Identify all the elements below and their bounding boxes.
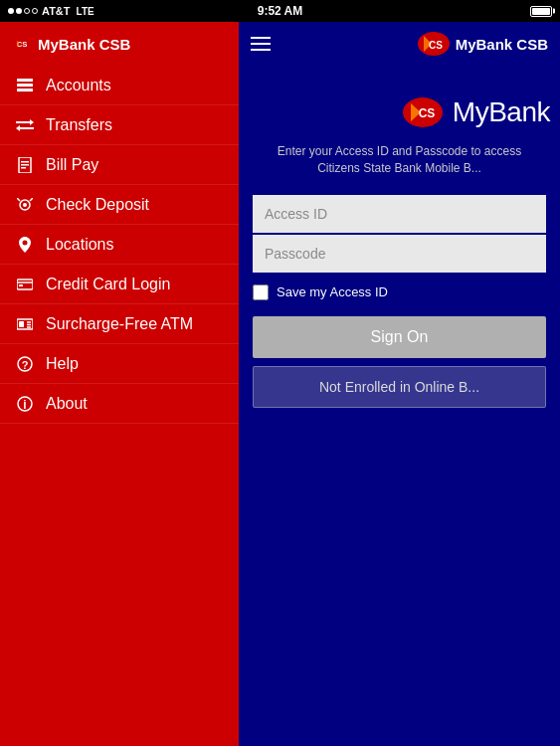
sign-on-button[interactable]: Sign On: [253, 316, 546, 358]
sidebar-item-surcharge-free-atm[interactable]: Surcharge-Free ATM: [0, 304, 239, 344]
signal-dot-3: [24, 8, 30, 14]
brand-logo-nav: CS MyBank CSB: [416, 30, 548, 58]
sidebar-label-help: Help: [46, 355, 79, 373]
credit-card-icon: [14, 278, 36, 291]
access-id-input[interactable]: [253, 195, 546, 233]
about-icon: i: [14, 396, 36, 412]
svg-rect-6: [17, 79, 33, 82]
csb-logo-main-icon: CS: [416, 30, 452, 58]
transfers-icon: [14, 118, 36, 132]
svg-rect-8: [17, 89, 33, 92]
sidebar: Accounts Transfers: [0, 66, 239, 746]
sidebar-label-about: About: [46, 395, 88, 413]
sidebar-item-bill-pay[interactable]: Bill Pay: [0, 145, 239, 185]
app-name-label: MyBank CSB: [38, 36, 130, 53]
status-bar: AT&T LTE 9:52 AM: [0, 0, 560, 22]
svg-point-18: [23, 203, 27, 207]
sidebar-item-check-deposit[interactable]: Check Deposit: [0, 185, 239, 225]
sidebar-label-bill-pay: Bill Pay: [46, 156, 98, 174]
signal-dot-4: [32, 8, 38, 14]
sidebar-item-help[interactable]: ? Help: [0, 344, 239, 384]
status-right: [530, 6, 552, 17]
sidebar-label-check-deposit: Check Deposit: [46, 196, 149, 214]
hamburger-button[interactable]: [251, 37, 271, 51]
carrier-label: AT&T: [42, 5, 71, 17]
sidebar-label-transfers: Transfers: [46, 116, 112, 134]
bank-name-display: MyBank: [453, 96, 550, 128]
main-content: Accounts Transfers: [0, 66, 560, 746]
svg-line-20: [30, 198, 33, 201]
svg-rect-24: [19, 284, 23, 286]
svg-rect-26: [19, 321, 24, 327]
network-label: LTE: [77, 6, 94, 17]
not-enrolled-container: Not Enrolled in Online B...: [239, 366, 560, 408]
login-subtitle: Enter your Access ID and Passcode to acc…: [258, 143, 541, 177]
save-access-id-checkbox[interactable]: [253, 284, 269, 300]
battery-fill: [532, 8, 550, 15]
sidebar-label-surcharge-free-atm: Surcharge-Free ATM: [46, 315, 193, 333]
sidebar-item-accounts[interactable]: Accounts: [0, 66, 239, 105]
locations-icon: [14, 237, 36, 253]
svg-rect-7: [17, 84, 33, 87]
accounts-icon: [14, 79, 36, 93]
save-access-id-row: Save my Access ID: [239, 284, 560, 300]
sidebar-item-locations[interactable]: Locations: [0, 225, 239, 265]
hamburger-line-1: [251, 37, 271, 39]
login-panel: CS MyBank Enter your Access ID and Passc…: [239, 66, 560, 746]
svg-text:CS: CS: [429, 40, 443, 51]
svg-text:CS: CS: [419, 106, 436, 120]
sidebar-label-accounts: Accounts: [46, 77, 111, 94]
sign-on-container: Sign On: [239, 316, 560, 358]
app-container: CS MyBank CSB CS MyBank CSB: [0, 22, 560, 746]
sidebar-item-credit-card-login[interactable]: Credit Card Login: [0, 265, 239, 304]
svg-marker-10: [30, 119, 34, 125]
surcharge-free-atm-icon: [14, 317, 36, 331]
nav-bar-left: CS MyBank CSB: [0, 22, 239, 66]
svg-rect-14: [21, 161, 29, 163]
passcode-input[interactable]: [253, 235, 546, 273]
svg-rect-16: [21, 167, 26, 169]
svg-rect-22: [17, 280, 33, 289]
svg-point-21: [23, 240, 28, 245]
bank-logo-icon: CS: [401, 95, 445, 129]
bill-pay-icon: [14, 157, 36, 173]
signal-dot-2: [16, 8, 22, 14]
csb-logo-nav-icon: CS: [10, 35, 34, 53]
svg-text:?: ?: [22, 358, 29, 370]
svg-text:i: i: [23, 397, 26, 411]
battery-icon: [530, 6, 552, 17]
svg-marker-12: [16, 125, 20, 131]
svg-line-19: [17, 198, 20, 201]
status-time: 9:52 AM: [258, 4, 303, 18]
help-icon: ?: [14, 356, 36, 372]
not-enrolled-button[interactable]: Not Enrolled in Online B...: [253, 366, 546, 408]
nav-bar-right: CS MyBank CSB: [239, 22, 560, 66]
nav-bar: CS MyBank CSB CS MyBank CSB: [0, 22, 560, 66]
check-deposit-icon: [14, 198, 36, 212]
signal-dots: [8, 8, 38, 14]
hamburger-line-3: [251, 49, 271, 51]
signal-dot-1: [8, 8, 14, 14]
hamburger-line-2: [251, 43, 271, 45]
sidebar-label-locations: Locations: [46, 236, 114, 254]
brand-name-label: MyBank CSB: [456, 36, 548, 53]
svg-rect-15: [21, 164, 29, 166]
sidebar-item-about[interactable]: i About: [0, 384, 239, 424]
save-access-id-label: Save my Access ID: [277, 284, 388, 299]
login-subtitle-text: Enter your Access ID and Passcode to acc…: [278, 144, 521, 175]
bank-logo-area: CS MyBank: [401, 95, 560, 129]
sidebar-item-transfers[interactable]: Transfers: [0, 105, 239, 145]
sidebar-label-credit-card-login: Credit Card Login: [46, 276, 170, 293]
form-fields-container: [239, 195, 560, 275]
status-left: AT&T LTE: [8, 5, 94, 17]
